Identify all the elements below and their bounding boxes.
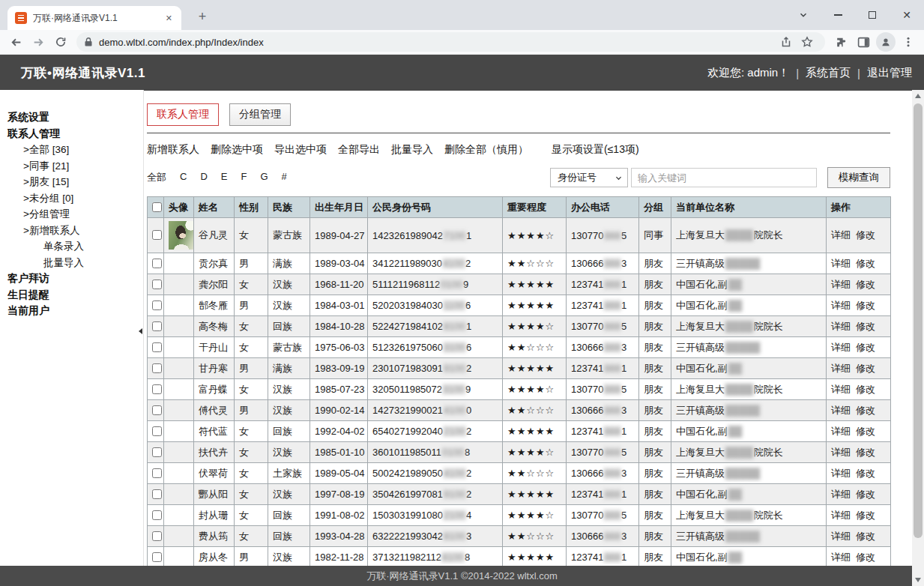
sidebar-item[interactable]: >朋友 [15]: [0, 174, 138, 190]
row-checkbox[interactable]: [152, 300, 162, 310]
row-checkbox[interactable]: [152, 342, 162, 352]
share-icon[interactable]: [776, 36, 797, 48]
detail-link[interactable]: 详细: [831, 342, 851, 353]
sidebar-item[interactable]: 系统设置: [0, 109, 138, 126]
close-button[interactable]: ✕: [890, 0, 924, 30]
sidebar-item[interactable]: >全部 [36]: [0, 142, 138, 158]
fuzzy-search-button[interactable]: 模糊查询: [827, 167, 890, 188]
scroll-down-icon[interactable]: [915, 578, 921, 582]
sidebar-item[interactable]: >新增联系人: [0, 223, 138, 239]
search-field-select[interactable]: 身份证号: [550, 168, 628, 187]
edit-link[interactable]: 修改: [856, 510, 875, 521]
edit-link[interactable]: 修改: [856, 426, 875, 437]
row-checkbox[interactable]: [152, 510, 162, 520]
detail-link[interactable]: 详细: [831, 447, 851, 458]
action-link[interactable]: 新增联系人: [147, 143, 199, 157]
extensions-puzzle-icon[interactable]: [830, 36, 852, 49]
module-tab[interactable]: 联系人管理: [147, 103, 219, 126]
letter-filter-item[interactable]: 全部: [147, 171, 166, 184]
address-bar[interactable]: demo.wltxl.com/index.php/Index/index: [76, 32, 825, 52]
browser-tab[interactable]: 万联·网络通讯录V1.1 ✕: [7, 6, 181, 30]
detail-link[interactable]: 详细: [831, 279, 851, 290]
sidebar-item[interactable]: >分组管理: [0, 206, 138, 223]
minimize-button[interactable]: [821, 0, 855, 30]
sidebar-item[interactable]: 联系人管理: [0, 126, 138, 142]
sidebar-item[interactable]: >同事 [21]: [0, 158, 138, 175]
edit-link[interactable]: 修改: [856, 363, 875, 374]
home-link[interactable]: 系统首页: [806, 66, 851, 80]
new-tab-button[interactable]: +: [192, 7, 213, 28]
row-checkbox[interactable]: [152, 405, 162, 415]
edit-link[interactable]: 修改: [856, 342, 875, 353]
sidebar-item[interactable]: 客户拜访: [0, 271, 138, 287]
menu-dots-icon[interactable]: [897, 36, 920, 48]
row-checkbox[interactable]: [152, 426, 162, 436]
side-panel-icon[interactable]: [852, 36, 875, 49]
edit-link[interactable]: 修改: [856, 258, 875, 269]
profile-avatar-icon[interactable]: [876, 32, 896, 52]
detail-link[interactable]: 详细: [831, 258, 851, 269]
action-link[interactable]: 删除选中项: [211, 143, 263, 157]
row-checkbox[interactable]: [152, 552, 162, 562]
action-link[interactable]: 批量导入: [391, 143, 433, 157]
row-checkbox[interactable]: [152, 259, 162, 268]
tab-close-icon[interactable]: ✕: [163, 12, 175, 25]
letter-filter-item[interactable]: #: [282, 171, 287, 184]
edit-link[interactable]: 修改: [856, 300, 875, 311]
select-all-checkbox[interactable]: [152, 202, 162, 212]
logout-link[interactable]: 退出管理: [867, 66, 912, 80]
edit-link[interactable]: 修改: [856, 468, 875, 479]
row-checkbox[interactable]: [152, 230, 162, 240]
action-link[interactable]: 显示项设置(≤13项): [552, 143, 639, 157]
back-icon[interactable]: [4, 31, 27, 52]
search-input[interactable]: [631, 168, 817, 187]
detail-link[interactable]: 详细: [831, 384, 851, 395]
edit-link[interactable]: 修改: [856, 405, 875, 416]
sidebar-item[interactable]: 当前用户: [0, 303, 138, 319]
detail-link[interactable]: 详细: [831, 229, 851, 241]
edit-link[interactable]: 修改: [856, 321, 875, 332]
letter-filter-item[interactable]: G: [260, 171, 268, 184]
row-checkbox[interactable]: [152, 321, 162, 331]
sidebar-item[interactable]: 生日提醒: [0, 287, 138, 303]
module-tab[interactable]: 分组管理: [229, 103, 291, 126]
edit-link[interactable]: 修改: [856, 531, 875, 542]
letter-filter-item[interactable]: C: [180, 171, 187, 184]
detail-link[interactable]: 详细: [831, 405, 851, 416]
row-checkbox[interactable]: [152, 384, 162, 394]
detail-link[interactable]: 详细: [831, 363, 851, 374]
edit-link[interactable]: 修改: [856, 552, 875, 563]
sidebar-item[interactable]: >未分组 [0]: [0, 190, 138, 207]
detail-link[interactable]: 详细: [831, 300, 851, 311]
scroll-up-icon[interactable]: [915, 94, 921, 98]
detail-link[interactable]: 详细: [831, 531, 851, 542]
forward-icon[interactable]: [27, 31, 49, 52]
tab-search-chevron-icon[interactable]: [786, 0, 821, 30]
bookmark-star-icon[interactable]: [797, 36, 818, 48]
edit-link[interactable]: 修改: [856, 384, 875, 395]
reload-icon[interactable]: [49, 31, 72, 52]
detail-link[interactable]: 详细: [831, 489, 851, 500]
row-checkbox[interactable]: [152, 489, 162, 499]
row-checkbox[interactable]: [152, 468, 162, 478]
row-checkbox[interactable]: [152, 280, 162, 289]
row-checkbox[interactable]: [152, 447, 162, 457]
letter-filter-item[interactable]: D: [200, 171, 207, 184]
action-link[interactable]: 删除全部（慎用）: [444, 143, 528, 157]
detail-link[interactable]: 详细: [831, 510, 851, 521]
row-checkbox[interactable]: [152, 363, 162, 373]
detail-link[interactable]: 详细: [831, 321, 851, 332]
row-checkbox[interactable]: [152, 531, 162, 541]
edit-link[interactable]: 修改: [856, 229, 875, 241]
edit-link[interactable]: 修改: [856, 447, 875, 458]
edit-link[interactable]: 修改: [856, 279, 875, 290]
sidebar-item[interactable]: 单条录入: [0, 238, 138, 255]
maximize-button[interactable]: [855, 0, 890, 30]
sidebar-collapse-handle[interactable]: [138, 90, 144, 566]
action-link[interactable]: 导出选中项: [274, 143, 327, 157]
url-text[interactable]: demo.wltxl.com/index.php/Index/index: [99, 37, 776, 48]
sidebar-item[interactable]: 批量导入: [0, 255, 138, 271]
scrollbar-thumb[interactable]: [914, 103, 923, 538]
letter-filter-item[interactable]: F: [241, 171, 247, 184]
page-scrollbar[interactable]: [912, 90, 924, 586]
